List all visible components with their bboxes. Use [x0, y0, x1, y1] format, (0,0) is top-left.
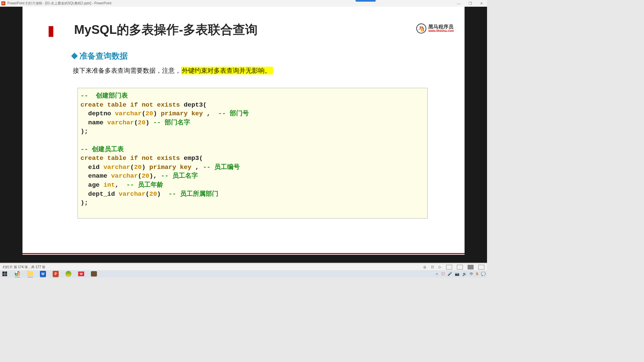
- code-text: ): [142, 164, 149, 171]
- code-text: );: [80, 199, 88, 206]
- title-accent: [356, 0, 376, 2]
- title-bar: P PowerPoint 幻灯片放映 - [01-史上最全的SQL教程2.ppt…: [0, 0, 487, 7]
- code-keyword: primary key: [161, 110, 207, 117]
- code-text: );: [80, 128, 88, 135]
- code-type: int: [103, 181, 115, 189]
- tray-icon[interactable]: ☐: [441, 272, 445, 276]
- code-text: (: [130, 164, 134, 171]
- code-text: ,: [115, 181, 126, 189]
- window-title: PowerPoint 幻灯片放映 - [01-史上最全的SQL教程2.pptx]…: [7, 1, 111, 6]
- start-button[interactable]: [1, 271, 8, 277]
- code-comment: -- 创建员工表: [80, 146, 124, 153]
- code-text: ,: [207, 110, 218, 117]
- code-number: 20: [134, 164, 142, 171]
- code-text: ): [146, 119, 153, 126]
- code-type: varchar: [111, 172, 138, 180]
- editor-icon[interactable]: [91, 271, 97, 277]
- word-icon[interactable]: W: [40, 271, 46, 277]
- code-type: varchar: [107, 119, 134, 126]
- desc-plain: 接下来准备多表查询需要数据，注意，: [73, 67, 181, 74]
- tray-camera-icon[interactable]: 📷: [455, 272, 460, 276]
- code-text: dept_id: [80, 190, 119, 198]
- diamond-icon: [71, 53, 78, 59]
- wps-icon[interactable]: W: [78, 271, 85, 277]
- horse-icon: 🐴: [416, 23, 426, 34]
- brand-name: 黑马程序员: [428, 24, 454, 30]
- slideshow-view-button[interactable]: [478, 265, 484, 269]
- code-text: dept3(: [180, 101, 207, 109]
- slide-description: 接下来准备多表查询需要数据，注意，外键约束对多表查询并无影响。: [73, 66, 273, 75]
- code-type: varchar: [103, 164, 130, 171]
- code-comment: -- 创建部门表: [80, 92, 128, 100]
- code-keyword: create table if not exists: [80, 101, 180, 109]
- code-text: age: [80, 181, 103, 189]
- slide-title: MySQL的多表操作-多表联合查询: [74, 21, 258, 38]
- chrome-icon[interactable]: [14, 271, 21, 277]
- status-right: ◎ ☷ ▷: [423, 265, 484, 269]
- code-comment: -- 部门号: [218, 110, 249, 117]
- code-text: name: [80, 119, 107, 126]
- code-number: 20: [149, 190, 157, 198]
- code-text: ename: [80, 172, 111, 180]
- tray-expand-icon[interactable]: ㅅ: [435, 272, 439, 277]
- close-button[interactable]: ✕: [480, 1, 483, 6]
- code-text: deptno: [80, 110, 115, 117]
- code-number: 20: [138, 119, 146, 126]
- title-red-bar: [49, 26, 53, 37]
- taskbar: W P W ㅅ ☐ 🎤 📷 🔊 中 S 💬: [0, 270, 487, 278]
- code-text: eid: [80, 164, 103, 171]
- svg-point-2: [16, 273, 18, 275]
- window-controls: — ❐ ✕: [457, 1, 486, 6]
- tray-mic-icon[interactable]: 🎤: [447, 272, 452, 276]
- code-text: ),: [149, 172, 161, 180]
- maximize-button[interactable]: ❐: [469, 1, 472, 6]
- code-comment: -- 部门名字: [153, 119, 190, 126]
- slide-counter: 幻灯片 第 174 张，共 177 张: [3, 265, 45, 269]
- sorter-view-button[interactable]: [457, 265, 463, 269]
- status-bar: 幻灯片 第 174 张，共 177 张 ◎ ☷ ▷: [0, 263, 487, 270]
- code-type: varchar: [115, 110, 142, 117]
- slide: MySQL的多表操作-多表联合查询 🐴 黑马程序员 www.itheima.co…: [22, 7, 465, 255]
- code-text: (: [146, 190, 149, 198]
- code-text: (: [134, 119, 138, 126]
- code-text: (: [142, 110, 145, 117]
- play-icon[interactable]: ▷: [439, 265, 441, 269]
- code-comment: -- 员工所属部门: [168, 190, 218, 198]
- slideshow-area[interactable]: MySQL的多表操作-多表联合查询 🐴 黑马程序员 www.itheima.co…: [0, 7, 487, 263]
- tray-volume-icon[interactable]: 🔊: [462, 272, 467, 276]
- normal-view-button[interactable]: [446, 265, 452, 269]
- powerpoint-taskbar-icon[interactable]: P: [52, 271, 59, 277]
- code-comment: -- 员工编号: [203, 164, 240, 171]
- reading-view-button[interactable]: [468, 265, 474, 269]
- code-text: emp3(: [180, 155, 203, 162]
- code-number: 20: [146, 110, 153, 117]
- powerpoint-icon: P: [1, 1, 5, 5]
- tray-notifications-icon[interactable]: 💬: [481, 272, 486, 276]
- code-number: 20: [142, 172, 149, 180]
- slide-bottom-line: [22, 253, 465, 254]
- section-title-text: 准备查询数据: [79, 51, 128, 61]
- code-type: varchar: [119, 190, 146, 198]
- section-header: 准备查询数据: [72, 51, 128, 61]
- code-text: ): [153, 110, 161, 117]
- code-comment: -- 员工年龄: [126, 181, 163, 189]
- tray-sogou-icon[interactable]: S: [476, 272, 478, 276]
- browser-360-icon[interactable]: [65, 271, 72, 277]
- code-comment: -- 员工名字: [161, 172, 198, 180]
- desc-highlight: 外键约束对多表查询并无影响。: [181, 67, 273, 74]
- code-text: ): [157, 190, 168, 198]
- tray-ime-icon[interactable]: 中: [470, 272, 473, 277]
- code-text: ,: [195, 164, 203, 171]
- pointer-tool-icon[interactable]: ◎: [423, 265, 426, 269]
- captions-icon[interactable]: ☷: [431, 265, 434, 269]
- code-keyword: create table if not exists: [80, 155, 180, 162]
- brand-logo: 🐴 黑马程序员 www.itheima.com: [416, 23, 454, 34]
- code-block: -- 创建部门表 create table if not exists dept…: [77, 88, 428, 219]
- minimize-button[interactable]: —: [457, 1, 461, 6]
- code-keyword: primary key: [149, 164, 195, 171]
- code-text: (: [138, 172, 142, 180]
- brand-url: www.itheima.com: [428, 29, 454, 33]
- file-explorer-icon[interactable]: [27, 271, 34, 277]
- system-tray: ㅅ ☐ 🎤 📷 🔊 中 S 💬: [435, 272, 486, 277]
